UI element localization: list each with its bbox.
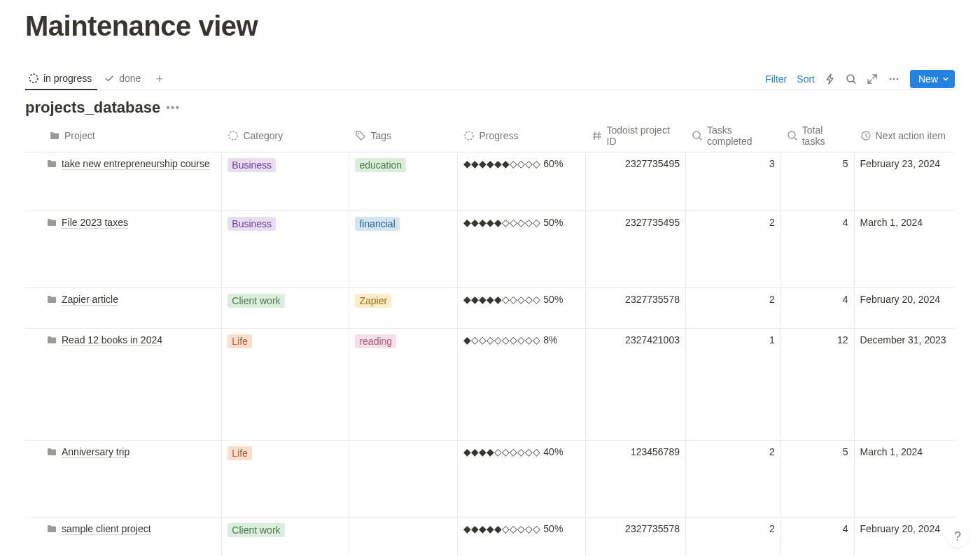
- cell-project-id[interactable]: 2327735495: [586, 152, 686, 211]
- cell-project-id[interactable]: 2327421003: [586, 329, 686, 440]
- automations-icon[interactable]: [825, 73, 836, 85]
- cell-category[interactable]: Life: [222, 441, 349, 517]
- database-title[interactable]: projects_database: [25, 99, 160, 117]
- cell-total-tasks[interactable]: 5: [781, 152, 855, 211]
- table-row[interactable]: take new entrepreneurship course Busines…: [25, 152, 955, 211]
- category-badge: Business: [227, 217, 276, 231]
- cell-project[interactable]: File 2023 taxes: [25, 211, 222, 287]
- col-header-project[interactable]: Project: [25, 120, 222, 152]
- cell-next-action[interactable]: December 31, 2023: [855, 329, 955, 440]
- cell-tasks-completed[interactable]: 2: [686, 211, 781, 287]
- col-header-progress[interactable]: Progress: [458, 120, 585, 152]
- cell-tasks-completed[interactable]: 2: [686, 518, 781, 556]
- project-link[interactable]: File 2023 taxes: [62, 217, 128, 229]
- category-badge: Client work: [227, 523, 284, 537]
- next-action-value: December 31, 2023: [860, 334, 946, 345]
- svg-point-5: [897, 78, 899, 80]
- progress-value: ◆◇◇◇◇◇◇◇◇◇ 8%: [463, 334, 557, 345]
- col-header-project-id[interactable]: Todoist project ID: [586, 120, 686, 152]
- cell-progress[interactable]: ◆◆◆◆◆◆◇◇◇◇ 60%: [458, 152, 585, 211]
- next-action-value: February 20, 2024: [860, 523, 940, 534]
- cell-total-tasks[interactable]: 4: [781, 518, 855, 556]
- cell-project[interactable]: sample client project: [25, 518, 222, 556]
- cell-tags[interactable]: reading: [349, 329, 458, 440]
- ttotal-value: 4: [843, 294, 848, 305]
- ttotal-value: 5: [843, 446, 848, 457]
- database-more-icon[interactable]: •••: [166, 101, 180, 114]
- expand-icon[interactable]: [867, 73, 878, 85]
- cell-total-tasks[interactable]: 12: [781, 329, 855, 440]
- cell-tasks-completed[interactable]: 2: [686, 441, 781, 517]
- col-label: Tasks completed: [707, 124, 775, 147]
- cell-tags[interactable]: Zapier: [349, 288, 458, 328]
- cell-project[interactable]: Read 12 books in 2024: [25, 329, 222, 440]
- cell-tags[interactable]: financial: [349, 211, 458, 287]
- new-button-label: New: [918, 73, 938, 85]
- cell-tags[interactable]: [349, 518, 458, 556]
- cell-project-id[interactable]: 2327735578: [586, 518, 686, 556]
- cell-tasks-completed[interactable]: 1: [686, 329, 781, 440]
- table-row[interactable]: Zapier article Client work Zapier ◆◆◆◆◆◇…: [25, 288, 955, 329]
- col-header-next-action[interactable]: Next action item: [855, 120, 955, 152]
- add-view-button[interactable]: +: [150, 70, 169, 88]
- help-button[interactable]: ?: [946, 525, 969, 548]
- cell-tags[interactable]: [349, 441, 458, 517]
- cell-progress[interactable]: ◆◆◆◆◆◇◇◇◇◇ 50%: [458, 211, 585, 287]
- cell-next-action[interactable]: February 23, 2024: [855, 152, 955, 211]
- cell-total-tasks[interactable]: 5: [781, 441, 855, 517]
- cell-next-action[interactable]: February 20, 2024: [855, 288, 955, 328]
- cell-progress[interactable]: ◆◆◆◆◆◇◇◇◇◇ 50%: [458, 518, 585, 556]
- cell-total-tasks[interactable]: 4: [781, 288, 855, 328]
- cell-tasks-completed[interactable]: 3: [686, 152, 781, 211]
- project-link[interactable]: take new entrepreneurship course: [62, 158, 210, 170]
- cell-next-action[interactable]: February 20, 2024: [855, 518, 955, 556]
- project-link[interactable]: sample client project: [62, 523, 151, 535]
- pid-value: 2327735578: [625, 523, 680, 534]
- cell-project-id[interactable]: 123456789: [586, 441, 686, 517]
- cell-category[interactable]: Client work: [222, 288, 349, 328]
- table-row[interactable]: Anniversary trip Life ◆◆◆◆◇◇◇◇◇◇ 40% 123…: [25, 441, 955, 518]
- cell-project-id[interactable]: 2327735495: [586, 211, 686, 287]
- col-header-total-tasks[interactable]: Total tasks: [781, 120, 855, 152]
- cell-project[interactable]: Anniversary trip: [25, 441, 222, 517]
- project-link[interactable]: Zapier article: [62, 294, 118, 306]
- cell-tags[interactable]: education: [349, 152, 458, 211]
- search-icon[interactable]: [846, 73, 857, 85]
- check-icon: [104, 73, 115, 84]
- tag-badge: financial: [355, 217, 399, 231]
- cell-project[interactable]: Zapier article: [25, 288, 222, 328]
- cell-category[interactable]: Client work: [222, 518, 349, 556]
- sort-button[interactable]: Sort: [797, 73, 815, 85]
- filter-button[interactable]: Filter: [765, 73, 787, 85]
- next-action-value: February 20, 2024: [860, 294, 940, 305]
- tcomp-value: 2: [769, 294, 775, 305]
- tab-done[interactable]: done: [101, 69, 146, 90]
- cell-progress[interactable]: ◆◆◆◆◆◇◇◇◇◇ 50%: [458, 288, 585, 328]
- cell-next-action[interactable]: March 1, 2024: [855, 211, 955, 287]
- pid-value: 123456789: [631, 446, 680, 457]
- cell-category[interactable]: Business: [222, 211, 349, 287]
- new-button[interactable]: New: [910, 70, 955, 88]
- cell-category[interactable]: Life: [222, 329, 349, 440]
- svg-line-2: [853, 81, 855, 83]
- project-link[interactable]: Read 12 books in 2024: [62, 334, 162, 346]
- col-header-category[interactable]: Category: [222, 120, 349, 152]
- cell-project[interactable]: take new entrepreneurship course: [25, 152, 222, 211]
- cell-progress[interactable]: ◆◇◇◇◇◇◇◇◇◇ 8%: [458, 329, 585, 440]
- more-icon[interactable]: [888, 73, 900, 85]
- project-link[interactable]: Anniversary trip: [62, 446, 130, 458]
- cell-total-tasks[interactable]: 4: [781, 211, 855, 287]
- col-header-tasks-completed[interactable]: Tasks completed: [686, 120, 781, 152]
- view-tabs-bar: in progress done + Filter Sort New: [25, 69, 955, 90]
- cell-tasks-completed[interactable]: 2: [686, 288, 781, 328]
- table-row[interactable]: File 2023 taxes Business financial ◆◆◆◆◆…: [25, 211, 955, 288]
- database-title-row: projects_database •••: [25, 99, 955, 117]
- cell-progress[interactable]: ◆◆◆◆◇◇◇◇◇◇ 40%: [458, 441, 585, 517]
- col-header-tags[interactable]: Tags: [349, 120, 458, 152]
- table-row[interactable]: Read 12 books in 2024 Life reading ◆◇◇◇◇…: [25, 329, 955, 441]
- table-row[interactable]: sample client project Client work ◆◆◆◆◆◇…: [25, 518, 955, 556]
- tab-in-progress[interactable]: in progress: [25, 69, 97, 90]
- cell-next-action[interactable]: March 1, 2024: [855, 441, 955, 517]
- cell-project-id[interactable]: 2327735578: [586, 288, 686, 328]
- cell-category[interactable]: Business: [222, 152, 349, 211]
